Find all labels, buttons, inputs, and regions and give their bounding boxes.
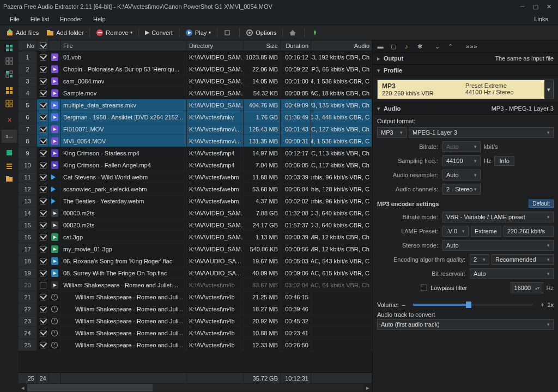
encoder-settings-label: MP3 encoder settings xyxy=(377,201,439,207)
menu-filelist[interactable]: File list xyxy=(25,15,54,23)
default-button[interactable]: Default xyxy=(529,200,554,208)
table-row[interactable]: 6▶Bergman - 1958 - Ansiktet [DVD x264 21… xyxy=(19,111,372,123)
table-row[interactable]: 12sosnowiec_park_sielecki.webmK:\AV\vcte… xyxy=(19,183,372,195)
sampling-freq-select[interactable]: 44100 xyxy=(442,155,481,166)
volume-slider[interactable] xyxy=(413,304,533,306)
home-button[interactable] xyxy=(286,28,302,38)
table-row[interactable]: 14▶00000.m2tsK:\AV\VIDEO_SAM...7.88 GB01… xyxy=(19,207,372,219)
add-files-button[interactable]: Add files xyxy=(3,28,42,38)
bitrate-mode-select[interactable]: VBR - Variable / LAME preset xyxy=(442,212,554,222)
rail-info-icon[interactable] xyxy=(2,146,17,159)
table-row[interactable]: 3▶cam_0084.movK:\AV\VIDEO_SAM...14.05 MB… xyxy=(19,75,372,87)
channels-select[interactable]: 2 - Stereo xyxy=(442,184,481,195)
svg-rect-26 xyxy=(6,87,9,90)
output-format-select[interactable]: MP3 xyxy=(377,127,407,138)
profile-dropdown-icon[interactable]: ▾ xyxy=(544,80,553,99)
output-codec-select[interactable]: MPEG-1 Layer 3 xyxy=(409,127,554,138)
menu-file[interactable]: File xyxy=(4,15,25,23)
tab-folder-icon[interactable]: ▬ xyxy=(374,41,387,52)
rail-num-icon[interactable]: 1… xyxy=(2,130,17,143)
minimize-button[interactable]: ─ xyxy=(517,2,529,11)
info-button[interactable]: Info xyxy=(494,156,514,166)
rail-invert-icon[interactable] xyxy=(2,68,17,81)
table-row[interactable]: 5▶multiple_data_streams.mkvK:\AV\VIDEO_S… xyxy=(19,99,372,111)
tab-expand-icon[interactable]: ⌃ xyxy=(444,41,457,52)
remove-button[interactable]: Remove▾ xyxy=(93,28,136,38)
lowpass-checkbox[interactable]: Lowpass filter xyxy=(421,285,467,291)
grid-body[interactable]: 1▶01.vobK:\AV\VIDEO_SAM...1023.85 MB00:1… xyxy=(19,51,372,372)
add-folder-button[interactable]: Add folder xyxy=(43,28,87,38)
table-row[interactable]: 15▶00020.m2tsK:\AV\VIDEO_SAM...24.17 GB0… xyxy=(19,219,372,231)
quality-q-select[interactable]: 2 xyxy=(470,254,489,265)
volume-minus-button[interactable]: – xyxy=(402,301,405,308)
rail-deselect-icon[interactable] xyxy=(2,55,17,68)
audio-section-header[interactable]: ▾ Audio MP3 - MPEG-1 Layer 3 xyxy=(373,102,558,114)
table-row[interactable]: 13The Beatles - Yesterday.webmK:\AV\vcte… xyxy=(19,195,372,207)
table-row[interactable]: 1▶01.vobK:\AV\VIDEO_SAM...1023.85 MB00:1… xyxy=(19,51,372,63)
rail-check-all-icon[interactable] xyxy=(2,84,17,97)
col-directory[interactable]: Directory xyxy=(187,40,244,51)
svg-rect-22 xyxy=(6,71,9,74)
table-row[interactable]: 11Cat Stevens - Wild World.webmK:\AV\vct… xyxy=(19,171,372,183)
tab-gear-icon[interactable]: ✱ xyxy=(413,41,426,52)
horizontal-scrollbar[interactable]: ◂ ▸ xyxy=(19,383,372,392)
quality-name-select[interactable]: Recommended xyxy=(492,254,554,265)
table-row[interactable]: 10▶King Crimson - Fallen Angel.mp4K:\AV\… xyxy=(19,159,372,171)
col-no[interactable]: No xyxy=(19,40,37,51)
table-row[interactable]: 21William Shakespeare - Romeo and Juli..… xyxy=(19,291,372,303)
convert-button[interactable]: ▶Convert xyxy=(142,28,176,37)
table-row[interactable]: 23William Shakespeare - Romeo and Juli..… xyxy=(19,315,372,327)
table-row[interactable]: 8▶MVI_0054.MOVK:\AV\vctest\mov\...131.35… xyxy=(19,135,372,147)
table-row[interactable]: 9▶King Crimson - Starless.mp4K:\AV\vctes… xyxy=(19,147,372,159)
output-section-header[interactable]: ▸ Output The same as input file xyxy=(373,52,558,64)
rail-remove-icon[interactable]: ✕ xyxy=(2,113,17,126)
lame-preset-q-select[interactable]: -V 0 xyxy=(442,226,469,237)
svg-rect-24 xyxy=(6,75,9,77)
resampler-select[interactable]: Auto xyxy=(442,170,481,180)
menu-links[interactable]: Links xyxy=(529,15,554,23)
lowpass-value[interactable]: 16000▴▾ xyxy=(511,282,543,293)
play-button[interactable]: Play▾ xyxy=(182,28,214,38)
rail-list-icon[interactable] xyxy=(2,159,17,172)
tab-music-icon[interactable]: ♪ xyxy=(400,41,413,52)
table-row[interactable]: 22William Shakespeare - Romeo and Juli..… xyxy=(19,303,372,315)
bitrate-select[interactable]: Auto xyxy=(442,141,481,152)
tool-button-1[interactable] xyxy=(220,28,236,38)
svg-rect-18 xyxy=(6,58,9,61)
tab-more-icon[interactable]: »»» xyxy=(461,41,483,52)
bit-reservoir-select[interactable]: Auto xyxy=(470,268,554,279)
table-row[interactable]: 2▶Chopin - Polonaise As-Dur op 53 'Heroi… xyxy=(19,63,372,75)
rail-select-all-icon[interactable] xyxy=(2,41,17,55)
rail-folder-icon[interactable] xyxy=(2,172,17,185)
profile-section-header[interactable]: ▾ Profile xyxy=(373,64,558,76)
menu-encoder[interactable]: Encoder xyxy=(54,15,88,23)
profile-box[interactable]: MP3 220-260 kbit/s VBR Preset Extreme 44… xyxy=(377,80,554,99)
rail-uncheck-icon[interactable] xyxy=(2,97,17,110)
window-title: Pazera Free Audio Extractor 2.11 [64-bit… xyxy=(3,3,515,10)
table-row[interactable]: 7▶FI010071.MOVK:\AV\vctest\mov\...126.43… xyxy=(19,123,372,135)
volume-plus-button[interactable]: + xyxy=(541,301,544,308)
table-row[interactable]: 20▶William Shakespeare - Romeo and Julie… xyxy=(19,279,372,291)
table-row[interactable]: 18▶06. Roxana's Song from 'King Roger'.f… xyxy=(19,255,372,267)
col-file[interactable]: File xyxy=(61,40,187,51)
stereo-mode-select[interactable]: Auto xyxy=(442,240,554,251)
col-audio[interactable]: Audio xyxy=(311,40,372,51)
table-row[interactable]: 24William Shakespeare - Romeo and Juli..… xyxy=(19,327,372,339)
close-button[interactable]: ✕ xyxy=(543,2,555,11)
table-row[interactable]: 17▶my_movie_01.3gpK:\AV\VIDEO_SAM...540.… xyxy=(19,243,372,255)
table-row[interactable]: 4▶Sample.movK:\AV\VIDEO_SAM...54.32 KB00… xyxy=(19,87,372,99)
svg-rect-3 xyxy=(47,31,53,35)
col-duration[interactable]: Duration xyxy=(281,40,311,51)
options-button[interactable]: Options xyxy=(242,28,280,38)
menu-help[interactable]: Help xyxy=(88,15,111,23)
maximize-button[interactable]: ▢ xyxy=(530,2,542,11)
table-row[interactable]: 25William Shakespeare - Romeo and Juli..… xyxy=(19,339,372,351)
pin-button[interactable] xyxy=(308,28,324,38)
col-check[interactable] xyxy=(37,40,49,51)
col-size[interactable]: Size xyxy=(244,40,281,51)
tab-doc-icon[interactable]: ▢ xyxy=(387,41,400,52)
audio-track-select[interactable]: Auto (first audio track) xyxy=(377,319,554,330)
table-row[interactable]: 19▶08. Surrey With The Fringe On Top.fla… xyxy=(19,267,372,279)
table-row[interactable]: 16▶cat.3gpK:\AV\VIDEO_SAM...1.13 MB00:00… xyxy=(19,231,372,243)
tab-collapse-icon[interactable]: ⌄ xyxy=(430,41,444,52)
